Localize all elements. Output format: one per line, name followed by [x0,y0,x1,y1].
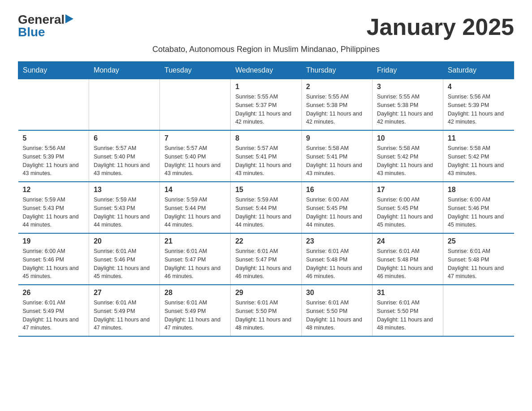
day-number: 17 [377,186,438,194]
calendar-cell: 11Sunrise: 5:58 AMSunset: 5:42 PMDayligh… [443,130,514,182]
day-info: Sunrise: 6:00 AMSunset: 5:45 PMDaylight:… [377,196,438,229]
day-number: 7 [164,134,226,142]
day-info: Sunrise: 6:01 AMSunset: 5:49 PMDaylight:… [164,299,226,332]
calendar-cell: 28Sunrise: 6:01 AMSunset: 5:49 PMDayligh… [160,285,231,336]
calendar-week-row: 12Sunrise: 5:59 AMSunset: 5:43 PMDayligh… [18,182,514,233]
day-info: Sunrise: 6:01 AMSunset: 5:50 PMDaylight:… [235,299,296,332]
day-number: 5 [23,134,85,142]
calendar-cell: 10Sunrise: 5:58 AMSunset: 5:42 PMDayligh… [372,130,443,182]
page-header: General Blue January 2025 [18,13,514,40]
calendar-week-row: 26Sunrise: 6:01 AMSunset: 5:49 PMDayligh… [18,285,514,336]
calendar-cell: 20Sunrise: 6:01 AMSunset: 5:46 PMDayligh… [89,233,160,285]
calendar-cell: 1Sunrise: 5:55 AMSunset: 5:37 PMDaylight… [231,79,301,131]
header-day-wednesday: Wednesday [231,62,301,79]
day-number: 29 [235,289,296,297]
day-number: 31 [377,289,438,297]
day-number: 10 [377,134,438,142]
logo: General Blue [18,13,73,39]
calendar-cell: 27Sunrise: 6:01 AMSunset: 5:49 PMDayligh… [89,285,160,336]
day-info: Sunrise: 5:57 AMSunset: 5:41 PMDaylight:… [235,144,296,178]
calendar-cell: 5Sunrise: 5:56 AMSunset: 5:39 PMDaylight… [18,130,89,182]
day-number: 20 [94,237,155,245]
header-day-monday: Monday [89,62,160,79]
day-info: Sunrise: 6:01 AMSunset: 5:48 PMDaylight:… [377,247,438,281]
day-info: Sunrise: 5:59 AMSunset: 5:44 PMDaylight:… [164,196,226,229]
calendar-cell: 29Sunrise: 6:01 AMSunset: 5:50 PMDayligh… [231,285,301,336]
calendar-cell: 12Sunrise: 5:59 AMSunset: 5:43 PMDayligh… [18,182,89,233]
logo-blue: Blue [18,25,45,39]
day-info: Sunrise: 6:00 AMSunset: 5:46 PMDaylight:… [448,196,510,229]
logo-arrow-icon [65,14,73,23]
day-info: Sunrise: 6:01 AMSunset: 5:47 PMDaylight:… [164,247,226,281]
calendar-cell: 3Sunrise: 5:55 AMSunset: 5:38 PMDaylight… [372,79,443,131]
calendar-header-row: SundayMondayTuesdayWednesdayThursdayFrid… [18,62,514,79]
day-info: Sunrise: 5:57 AMSunset: 5:40 PMDaylight:… [94,144,155,178]
calendar-cell: 16Sunrise: 6:00 AMSunset: 5:45 PMDayligh… [301,182,372,233]
day-info: Sunrise: 6:01 AMSunset: 5:49 PMDaylight:… [23,299,85,332]
calendar-cell: 8Sunrise: 5:57 AMSunset: 5:41 PMDaylight… [231,130,301,182]
day-info: Sunrise: 5:58 AMSunset: 5:41 PMDaylight:… [306,144,368,178]
day-number: 8 [235,134,296,142]
calendar-cell: 15Sunrise: 5:59 AMSunset: 5:44 PMDayligh… [231,182,301,233]
calendar-cell: 23Sunrise: 6:01 AMSunset: 5:48 PMDayligh… [301,233,372,285]
day-info: Sunrise: 5:58 AMSunset: 5:42 PMDaylight:… [377,144,438,178]
calendar-cell: 21Sunrise: 6:01 AMSunset: 5:47 PMDayligh… [160,233,231,285]
calendar-cell: 17Sunrise: 6:00 AMSunset: 5:45 PMDayligh… [372,182,443,233]
calendar-cell: 24Sunrise: 6:01 AMSunset: 5:48 PMDayligh… [372,233,443,285]
logo-general: General [18,13,64,26]
calendar-week-row: 1Sunrise: 5:55 AMSunset: 5:37 PMDaylight… [18,79,514,131]
day-number: 23 [306,237,368,245]
day-number: 28 [164,289,226,297]
day-info: Sunrise: 5:59 AMSunset: 5:43 PMDaylight:… [94,196,155,229]
day-number: 24 [377,237,438,245]
day-info: Sunrise: 5:55 AMSunset: 5:38 PMDaylight:… [377,93,438,126]
svg-marker-0 [65,14,73,23]
day-number: 2 [306,83,368,91]
day-info: Sunrise: 5:59 AMSunset: 5:44 PMDaylight:… [235,196,296,229]
day-number: 26 [23,289,85,297]
day-info: Sunrise: 6:00 AMSunset: 5:45 PMDaylight:… [306,196,368,229]
calendar-cell: 26Sunrise: 6:01 AMSunset: 5:49 PMDayligh… [18,285,89,336]
day-info: Sunrise: 6:01 AMSunset: 5:48 PMDaylight:… [448,247,510,281]
day-number: 18 [448,186,510,194]
month-title: January 2025 [366,13,514,40]
header-day-thursday: Thursday [301,62,372,79]
calendar-week-row: 5Sunrise: 5:56 AMSunset: 5:39 PMDaylight… [18,130,514,182]
day-info: Sunrise: 6:01 AMSunset: 5:50 PMDaylight:… [377,299,438,332]
calendar-cell: 7Sunrise: 5:57 AMSunset: 5:40 PMDaylight… [160,130,231,182]
day-number: 14 [164,186,226,194]
calendar-cell: 6Sunrise: 5:57 AMSunset: 5:40 PMDaylight… [89,130,160,182]
day-number: 15 [235,186,296,194]
calendar-cell: 13Sunrise: 5:59 AMSunset: 5:43 PMDayligh… [89,182,160,233]
day-info: Sunrise: 5:56 AMSunset: 5:39 PMDaylight:… [23,144,85,178]
calendar-cell: 18Sunrise: 6:00 AMSunset: 5:46 PMDayligh… [443,182,514,233]
calendar-cell: 30Sunrise: 6:01 AMSunset: 5:50 PMDayligh… [301,285,372,336]
calendar-cell [443,285,514,336]
day-info: Sunrise: 6:01 AMSunset: 5:48 PMDaylight:… [306,247,368,281]
day-info: Sunrise: 6:01 AMSunset: 5:47 PMDaylight:… [235,247,296,281]
day-info: Sunrise: 5:58 AMSunset: 5:42 PMDaylight:… [448,144,510,178]
calendar-table: SundayMondayTuesdayWednesdayThursdayFrid… [18,61,514,337]
calendar-cell [89,79,160,131]
day-number: 25 [448,237,510,245]
day-number: 6 [94,134,155,142]
calendar-cell: 19Sunrise: 6:00 AMSunset: 5:46 PMDayligh… [18,233,89,285]
day-info: Sunrise: 5:57 AMSunset: 5:40 PMDaylight:… [164,144,226,178]
day-info: Sunrise: 5:55 AMSunset: 5:37 PMDaylight:… [235,93,296,126]
day-number: 21 [164,237,226,245]
day-number: 1 [235,83,296,91]
day-number: 3 [377,83,438,91]
header-day-friday: Friday [372,62,443,79]
header-day-sunday: Sunday [18,62,89,79]
calendar-cell: 9Sunrise: 5:58 AMSunset: 5:41 PMDaylight… [301,130,372,182]
day-info: Sunrise: 5:56 AMSunset: 5:39 PMDaylight:… [448,93,510,126]
day-info: Sunrise: 6:01 AMSunset: 5:46 PMDaylight:… [94,247,155,281]
day-number: 27 [94,289,155,297]
day-number: 22 [235,237,296,245]
day-number: 9 [306,134,368,142]
day-number: 16 [306,186,368,194]
day-info: Sunrise: 5:55 AMSunset: 5:38 PMDaylight:… [306,93,368,126]
calendar-cell [18,79,89,131]
day-number: 4 [448,83,510,91]
day-number: 19 [23,237,85,245]
